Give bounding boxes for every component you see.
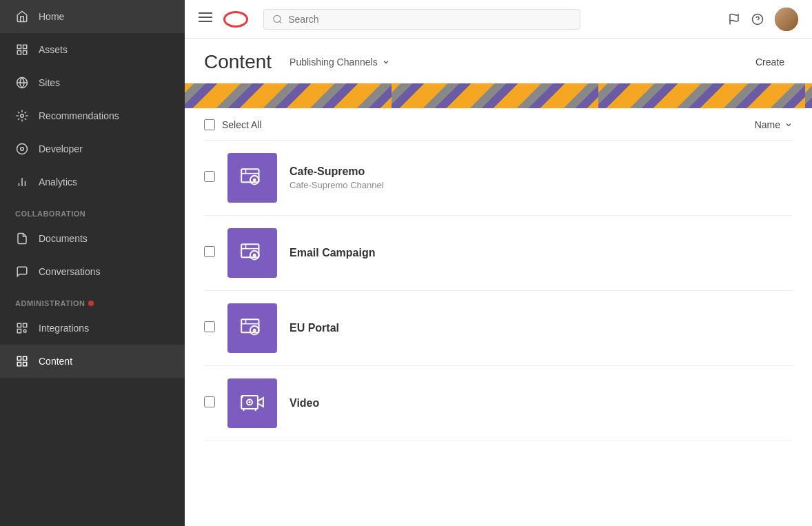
channel-checkbox-cafe-supremo[interactable] (204, 171, 215, 185)
select-all-row: Select All Name (204, 108, 793, 141)
sidebar-item-assets[interactable]: Assets (0, 33, 185, 66)
sort-chevron-icon (784, 121, 793, 129)
channel-name-email-campaign: Email Campaign (290, 247, 793, 259)
svg-rect-16 (23, 356, 27, 360)
sidebar-item-content[interactable]: Content (0, 345, 185, 378)
sidebar-item-developer[interactable]: Developer (0, 132, 185, 165)
channel-name-eu-portal: EU Portal (290, 322, 793, 334)
channel-checkbox-video[interactable] (204, 396, 215, 410)
sidebar-item-developer-label: Developer (39, 143, 83, 154)
publishing-channels-dropdown[interactable]: Publishing Channels (284, 54, 396, 70)
search-input[interactable] (288, 14, 571, 25)
svg-rect-17 (17, 363, 21, 366)
svg-rect-3 (17, 51, 21, 54)
sidebar-item-content-label: Content (39, 356, 72, 367)
channel-info-cafe-supremo: Cafe-Supremo Cafe-Supremo Channel (290, 165, 793, 190)
sidebar-item-recommendations-label: Recommendations (39, 110, 119, 121)
content-icon (15, 354, 29, 368)
analytics-icon (15, 175, 29, 189)
chevron-down-icon (382, 58, 390, 66)
avatar-image (775, 8, 798, 31)
home-icon (15, 10, 29, 23)
checkbox-cafe-supremo[interactable] (204, 171, 215, 182)
sidebar: Home Assets Sites Recommendations Develo… (0, 0, 185, 526)
channel-item-video: Video (204, 366, 793, 441)
select-all-label: Select All (222, 119, 262, 130)
sidebar-item-documents-label: Documents (39, 233, 88, 244)
channels-list-area: Select All Name Cafe-Supremo (185, 108, 812, 526)
channel-info-eu-portal: EU Portal (290, 322, 793, 334)
svg-rect-2 (23, 51, 27, 54)
svg-point-8 (21, 148, 24, 151)
svg-line-23 (280, 21, 282, 23)
main-content: Content Publishing Channels Create Selec… (185, 0, 812, 526)
channel-subtitle-cafe-supremo: Cafe-Supremo Channel (290, 180, 793, 190)
channel-info-email-campaign: Email Campaign (290, 247, 793, 259)
svg-point-31 (253, 179, 256, 182)
checkbox-email-campaign[interactable] (204, 246, 215, 257)
collaboration-section-label: COLLABORATION (0, 199, 185, 222)
sidebar-item-integrations[interactable]: Integrations (0, 312, 185, 345)
channel-thumbnail-cafe-supremo (227, 153, 277, 203)
channel-item-eu-portal: EU Portal (204, 291, 793, 366)
svg-rect-13 (23, 323, 27, 327)
channel-item-cafe-supremo: Cafe-Supremo Cafe-Supremo Channel (204, 141, 793, 216)
documents-icon (15, 232, 29, 245)
sidebar-item-home[interactable]: Home (0, 0, 185, 33)
sidebar-item-conversations-label: Conversations (39, 266, 101, 277)
channel-name-video: Video (290, 397, 793, 409)
assets-icon (15, 43, 29, 57)
oracle-oval-icon (223, 11, 248, 28)
channel-thumbnail-eu-portal (227, 303, 277, 353)
svg-rect-15 (17, 356, 21, 360)
sidebar-item-analytics[interactable]: Analytics (0, 165, 185, 199)
channel-checkbox-email-campaign[interactable] (204, 246, 215, 260)
sort-label: Name (755, 119, 780, 130)
administration-section-label: ADMINISTRATION (0, 288, 185, 312)
oracle-logo (223, 11, 248, 28)
svg-rect-0 (17, 45, 21, 48)
sidebar-item-documents[interactable]: Documents (0, 222, 185, 255)
create-button[interactable]: Create (747, 52, 793, 72)
sidebar-item-sites-label: Sites (39, 77, 60, 88)
checkbox-eu-portal[interactable] (204, 321, 215, 332)
svg-rect-18 (23, 363, 27, 366)
search-icon (272, 14, 283, 25)
svg-rect-12 (17, 323, 21, 327)
topbar (185, 0, 812, 39)
sidebar-item-recommendations[interactable]: Recommendations (0, 99, 185, 132)
content-page-header: Content Publishing Channels Create (185, 39, 812, 83)
sites-icon (15, 76, 29, 90)
flag-icon[interactable] (728, 13, 740, 26)
checkbox-video[interactable] (204, 396, 215, 407)
channel-checkbox-eu-portal[interactable] (204, 321, 215, 335)
sort-control[interactable]: Name (755, 119, 793, 130)
hamburger-menu-button[interactable] (199, 12, 212, 26)
svg-point-36 (253, 254, 256, 257)
sidebar-item-analytics-label: Analytics (39, 176, 77, 188)
svg-rect-1 (23, 45, 27, 48)
user-avatar[interactable] (775, 8, 798, 31)
recommendations-icon (15, 109, 29, 123)
decorative-banner (185, 83, 812, 108)
svg-rect-14 (17, 330, 21, 333)
svg-point-41 (253, 329, 256, 332)
page-title: Content (204, 51, 272, 73)
channel-item-email-campaign: Email Campaign (204, 216, 793, 291)
select-all-checkbox[interactable] (204, 119, 215, 130)
channel-thumbnail-video (227, 378, 277, 428)
svg-point-6 (21, 114, 24, 118)
sidebar-item-conversations[interactable]: Conversations (0, 255, 185, 288)
sidebar-item-home-label: Home (39, 11, 64, 22)
conversations-icon (15, 265, 29, 279)
channel-info-video: Video (290, 397, 793, 409)
search-bar[interactable] (263, 9, 580, 30)
channels-container: Cafe-Supremo Cafe-Supremo Channel Email … (204, 141, 793, 441)
channel-name-cafe-supremo: Cafe-Supremo (290, 165, 793, 178)
svg-point-22 (274, 15, 281, 22)
sidebar-item-integrations-label: Integrations (39, 323, 89, 334)
help-icon[interactable] (751, 13, 764, 26)
publishing-channels-label: Publishing Channels (290, 57, 378, 68)
sidebar-item-sites[interactable]: Sites (0, 66, 185, 99)
admin-indicator (88, 301, 94, 306)
